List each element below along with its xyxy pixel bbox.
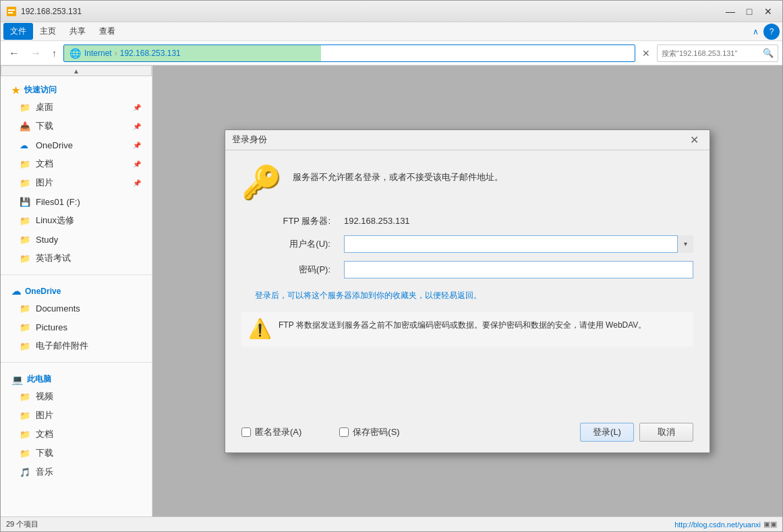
- sidebar-item-drive[interactable]: 💾 Files01 (F:): [1, 192, 152, 211]
- sidebar-item-music[interactable]: 🎵 音乐: [1, 463, 152, 481]
- dialog-titlebar: 登录身份 ✕: [225, 130, 709, 150]
- statusbar: 29 个项目 http://blog.csdn.net/yuanxi ▣▣: [1, 516, 782, 531]
- maximize-button[interactable]: □: [741, 5, 758, 18]
- back-button[interactable]: ←: [5, 45, 24, 61]
- menubar: 文件 主页 共享 查看 ∧ ?: [1, 22, 782, 41]
- cloud-icon: ☁: [11, 286, 21, 297]
- titlebar-icon: [6, 6, 17, 17]
- pc-icon: 💻: [11, 374, 23, 385]
- address-internet: Internet: [84, 49, 112, 58]
- dialog-top: 🔑 服务器不允许匿名登录，或者不接受该电子邮件地址。: [241, 164, 693, 202]
- star-icon: ★: [11, 85, 20, 96]
- quick-access-label: 快速访问: [24, 84, 57, 96]
- sidebar-item-email-attachments[interactable]: 📁 电子邮件附件: [1, 336, 152, 355]
- sidebar-item-desktop[interactable]: 📁 桌面 📌: [1, 98, 152, 117]
- search-box: 🔍: [657, 45, 778, 62]
- folder-icon: 📁: [20, 448, 32, 458]
- password-label: 密码(P):: [241, 264, 336, 276]
- status-url: http://blog.csdn.net/yuanxi: [674, 521, 761, 529]
- folder-icon: 📁: [20, 178, 32, 187]
- sidebar-item-label: 图片: [36, 177, 53, 189]
- quick-access-header: ★ 快速访问: [1, 80, 152, 98]
- sidebar-item-linux[interactable]: 📁 Linux选修: [1, 211, 152, 230]
- onedrive-section: ☁ OneDrive 📁 Documents 📁 Pictures 📁 电子邮件…: [1, 278, 152, 359]
- dialog-message: 服务器不允许匿名登录，或者不接受该电子邮件地址。: [293, 164, 503, 184]
- quick-access-section: ★ 快速访问 📁 桌面 📌 📥 下载 📌 ☁ OneDrive 📌: [1, 76, 152, 272]
- thispc-header: 💻 此电脑: [1, 370, 152, 387]
- sidebar-item-downloads-pc[interactable]: 📁 下载: [1, 444, 152, 463]
- anon-login-check[interactable]: [241, 427, 251, 437]
- sidebar-item-label: 图片: [36, 409, 53, 421]
- sidebar-item-label: 视频: [36, 390, 53, 403]
- menu-file[interactable]: 文件: [3, 23, 33, 40]
- username-select[interactable]: [344, 235, 693, 253]
- sidebar-item-label: OneDrive: [36, 140, 73, 150]
- folder-icon: 📁: [20, 392, 32, 401]
- globe-icon: 🌐: [69, 48, 81, 59]
- status-item-count: 29 个项目: [6, 519, 38, 529]
- cloud-icon: ☁: [20, 140, 32, 150]
- menu-home[interactable]: 主页: [33, 23, 63, 40]
- sidebar-item-documents[interactable]: 📁 Documents: [1, 299, 152, 318]
- login-button[interactable]: 登录(L): [580, 423, 634, 442]
- key-icon: 🔑: [241, 164, 282, 202]
- password-input[interactable]: [344, 261, 693, 278]
- sidebar-item-docs-pc[interactable]: 📁 文档: [1, 425, 152, 444]
- sidebar-item-label: Pictures: [36, 322, 67, 332]
- save-password-checkbox[interactable]: 保存密码(S): [339, 426, 399, 438]
- anon-login-checkbox[interactable]: 匿名登录(A): [241, 426, 301, 438]
- cancel-button[interactable]: 取消: [639, 423, 693, 442]
- login-dialog: 登录身份 ✕ 🔑 服务器不允许匿名登录，或者不接受该电子邮件地址。 FTP 服务…: [225, 129, 710, 453]
- pin-icon: 📌: [133, 104, 141, 111]
- address-separator: ›: [115, 49, 117, 58]
- sidebar-item-english[interactable]: 📁 英语考试: [1, 249, 152, 268]
- sidebar-item-docs-quick[interactable]: 📁 文档 📌: [1, 154, 152, 173]
- sidebar-item-pics-quick[interactable]: 📁 图片 📌: [1, 173, 152, 192]
- dialog-warning: ⚠️ FTP 将数据发送到服务器之前不加密或编码密码或数据。要保护密码和数据的安…: [241, 312, 693, 347]
- folder-icon: 📥: [20, 121, 32, 131]
- pin-icon: 📌: [133, 142, 141, 149]
- close-button[interactable]: ✕: [759, 5, 777, 18]
- titlebar-title: 192.168.253.131: [21, 7, 722, 16]
- username-label: 用户名(U):: [241, 238, 336, 250]
- folder-icon: 🎵: [20, 467, 32, 477]
- divider: [1, 274, 152, 275]
- sidebar-item-label: Linux选修: [36, 214, 74, 227]
- svg-rect-0: [7, 7, 16, 16]
- drive-icon: 💾: [20, 197, 32, 206]
- menu-share[interactable]: 共享: [63, 23, 92, 40]
- sidebar-item-videos[interactable]: 📁 视频: [1, 387, 152, 406]
- sidebar-item-pictures[interactable]: 📁 Pictures: [1, 318, 152, 336]
- address-clear-button[interactable]: ✕: [638, 47, 654, 60]
- search-button[interactable]: 🔍: [763, 48, 774, 58]
- expand-ribbon-button[interactable]: ∧: [747, 24, 763, 40]
- sidebar-item-label: Study: [36, 235, 58, 245]
- sidebar-item-label: 音乐: [36, 466, 53, 478]
- folder-icon: 📁: [20, 216, 32, 225]
- sidebar-item-label: 下载: [36, 120, 53, 132]
- address-box[interactable]: 🌐 Internet › 192.168.253.131: [63, 45, 635, 62]
- minimize-button[interactable]: —: [722, 5, 739, 18]
- sidebar-item-onedrive-quick[interactable]: ☁ OneDrive 📌: [1, 136, 152, 154]
- thispc-label: 此电脑: [27, 374, 51, 385]
- menu-view[interactable]: 查看: [92, 23, 122, 40]
- folder-icon: 📁: [20, 303, 32, 313]
- sidebar-scroll-up[interactable]: ▲: [1, 65, 152, 76]
- help-button[interactable]: ?: [763, 24, 780, 40]
- sidebar-item-label: 英语考试: [36, 252, 71, 264]
- dialog-close-button[interactable]: ✕: [686, 132, 703, 148]
- folder-icon: 📁: [20, 235, 32, 244]
- sidebar-item-study[interactable]: 📁 Study: [1, 230, 152, 249]
- sidebar-item-pictures-pc[interactable]: 📁 图片: [1, 406, 152, 425]
- sidebar-item-label: Files01 (F:): [36, 197, 80, 207]
- sidebar-item-downloads[interactable]: 📥 下载 📌: [1, 117, 152, 136]
- search-input[interactable]: [662, 49, 763, 57]
- up-button[interactable]: ↑: [48, 46, 61, 61]
- file-explorer-window: 192.168.253.131 — □ ✕ 文件 主页 共享 查看 ∧ ? ← …: [0, 0, 783, 532]
- svg-rect-1: [8, 9, 15, 11]
- sidebar: ▲ ★ 快速访问 📁 桌面 📌 📥 下载 📌 ☁: [1, 65, 152, 516]
- save-password-check[interactable]: [339, 427, 349, 437]
- dialog-form: FTP 服务器: 192.168.253.131 用户名(U): ▾ 密码(P)…: [241, 215, 693, 278]
- dialog-overlay: 登录身份 ✕ 🔑 服务器不允许匿名登录，或者不接受该电子邮件地址。 FTP 服务…: [152, 65, 782, 516]
- forward-button[interactable]: →: [26, 45, 45, 61]
